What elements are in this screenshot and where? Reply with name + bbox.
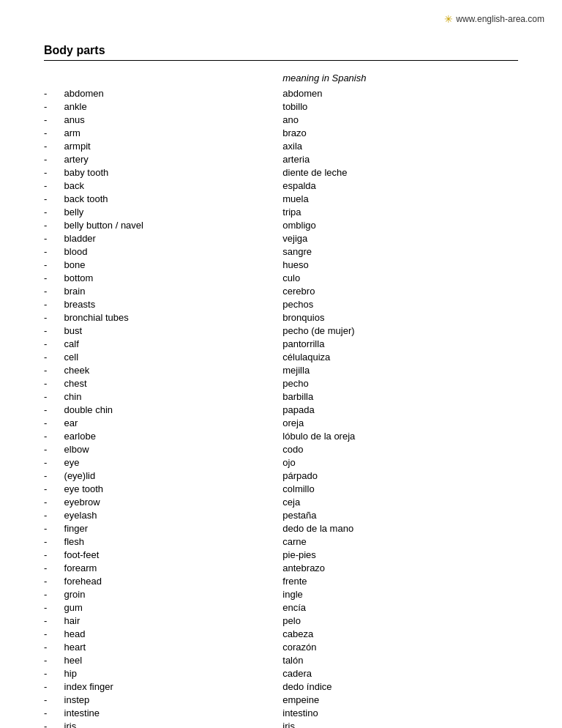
table-row: -headcabeza bbox=[44, 627, 518, 640]
dash-cell: - bbox=[44, 442, 64, 456]
table-row: -hipcadera bbox=[44, 666, 518, 680]
spanish-translation: tobillo bbox=[282, 100, 518, 113]
english-word: ankle bbox=[64, 100, 283, 113]
english-word: back tooth bbox=[64, 192, 283, 205]
spanish-translation: ceja bbox=[282, 495, 518, 508]
dash-cell: - bbox=[44, 363, 64, 376]
table-row: -heartcorazón bbox=[44, 640, 518, 653]
table-row: -chinbarbilla bbox=[44, 390, 518, 403]
dash-cell: - bbox=[44, 86, 64, 100]
english-word: index finger bbox=[64, 680, 283, 693]
spanish-translation: dedo de la mano bbox=[282, 521, 518, 535]
english-word: forearm bbox=[64, 561, 283, 574]
spanish-translation: encía bbox=[282, 601, 518, 614]
dash-cell: - bbox=[44, 482, 64, 495]
table-row: -chestpecho bbox=[44, 376, 518, 390]
english-word: baby tooth bbox=[64, 166, 283, 179]
table-row: -back toothmuela bbox=[44, 192, 518, 205]
english-word: iris bbox=[64, 719, 283, 728]
dash-cell: - bbox=[44, 495, 64, 508]
spanish-translation: ingle bbox=[282, 587, 518, 601]
dash-cell: - bbox=[44, 311, 64, 324]
english-word: chin bbox=[64, 390, 283, 403]
dash-cell: - bbox=[44, 666, 64, 680]
dash-cell: - bbox=[44, 297, 64, 311]
spanish-translation: lóbulo de la oreja bbox=[282, 429, 518, 442]
table-row: -braincerebro bbox=[44, 284, 518, 297]
english-word: intestine bbox=[64, 706, 283, 719]
spanish-translation: cadera bbox=[282, 666, 518, 680]
spanish-translation: vejiga bbox=[282, 231, 518, 245]
english-word: eye tooth bbox=[64, 482, 283, 495]
table-row: -bloodsangre bbox=[44, 245, 518, 258]
dash-cell: - bbox=[44, 548, 64, 561]
dash-cell: - bbox=[44, 152, 64, 166]
dash-cell: - bbox=[44, 627, 64, 640]
dash-cell: - bbox=[44, 284, 64, 297]
dash-cell: - bbox=[44, 113, 64, 126]
vocabulary-table: meaning in Spanish -abdomenabdomen-ankle… bbox=[44, 73, 518, 728]
dash-cell: - bbox=[44, 535, 64, 548]
spanish-translation: bronquios bbox=[282, 311, 518, 324]
spanish-translation: cabeza bbox=[282, 627, 518, 640]
english-word: chest bbox=[64, 376, 283, 390]
table-row: -fingerdedo de la mano bbox=[44, 521, 518, 535]
dash-cell: - bbox=[44, 508, 64, 521]
english-word: heel bbox=[64, 653, 283, 666]
spanish-translation: pecho bbox=[282, 376, 518, 390]
table-row: -eyebrowceja bbox=[44, 495, 518, 508]
english-word: finger bbox=[64, 521, 283, 535]
spanish-translation: pestaña bbox=[282, 508, 518, 521]
table-row: -elbowcodo bbox=[44, 442, 518, 456]
spanish-translation: papada bbox=[282, 403, 518, 416]
spanish-translation: abdomen bbox=[282, 86, 518, 100]
table-row: -backespalda bbox=[44, 179, 518, 192]
dash-cell: - bbox=[44, 324, 64, 337]
english-word: cell bbox=[64, 350, 283, 363]
table-row: -arteryarteria bbox=[44, 152, 518, 166]
table-row: -armpitaxila bbox=[44, 139, 518, 152]
english-word: head bbox=[64, 627, 283, 640]
english-word: hip bbox=[64, 666, 283, 680]
table-row: -(eye)lidpárpado bbox=[44, 469, 518, 482]
dash-cell: - bbox=[44, 100, 64, 113]
table-row: -gumencía bbox=[44, 601, 518, 614]
spanish-translation: pecho (de mujer) bbox=[282, 324, 518, 337]
spanish-translation: arteria bbox=[282, 152, 518, 166]
dash-cell: - bbox=[44, 614, 64, 627]
spanish-translation: célulaquiza bbox=[282, 350, 518, 363]
spanish-translation: muela bbox=[282, 192, 518, 205]
english-word: eye bbox=[64, 456, 283, 469]
spanish-translation: pechos bbox=[282, 297, 518, 311]
dash-cell: - bbox=[44, 258, 64, 271]
english-word: bladder bbox=[64, 231, 283, 245]
spanish-translation: culo bbox=[282, 271, 518, 284]
spanish-translation: antebrazo bbox=[282, 561, 518, 574]
english-word: ear bbox=[64, 416, 283, 429]
spanish-translation: intestino bbox=[282, 706, 518, 719]
dash-cell: - bbox=[44, 350, 64, 363]
dash-cell: - bbox=[44, 521, 64, 535]
table-row: -bonehueso bbox=[44, 258, 518, 271]
table-row: -belly button / navelombligo bbox=[44, 218, 518, 231]
dash-cell: - bbox=[44, 693, 64, 706]
spanish-translation: carne bbox=[282, 535, 518, 548]
table-row: -ankletobillo bbox=[44, 100, 518, 113]
spanish-translation: colmillo bbox=[282, 482, 518, 495]
table-row: -index fingerdedo índice bbox=[44, 680, 518, 693]
dash-cell: - bbox=[44, 429, 64, 442]
table-row: -abdomenabdomen bbox=[44, 86, 518, 100]
english-word: eyebrow bbox=[64, 495, 283, 508]
english-word: forehead bbox=[64, 574, 283, 587]
dash-cell: - bbox=[44, 706, 64, 719]
spanish-translation: hueso bbox=[282, 258, 518, 271]
table-row: -heeltalón bbox=[44, 653, 518, 666]
table-row: -breastspechos bbox=[44, 297, 518, 311]
dash-cell: - bbox=[44, 245, 64, 258]
spanish-translation: talón bbox=[282, 653, 518, 666]
spanish-translation: brazo bbox=[282, 126, 518, 139]
table-row: -eyelashpestaña bbox=[44, 508, 518, 521]
dash-cell: - bbox=[44, 574, 64, 587]
page-title: Body parts bbox=[44, 44, 518, 57]
table-row: -armbrazo bbox=[44, 126, 518, 139]
